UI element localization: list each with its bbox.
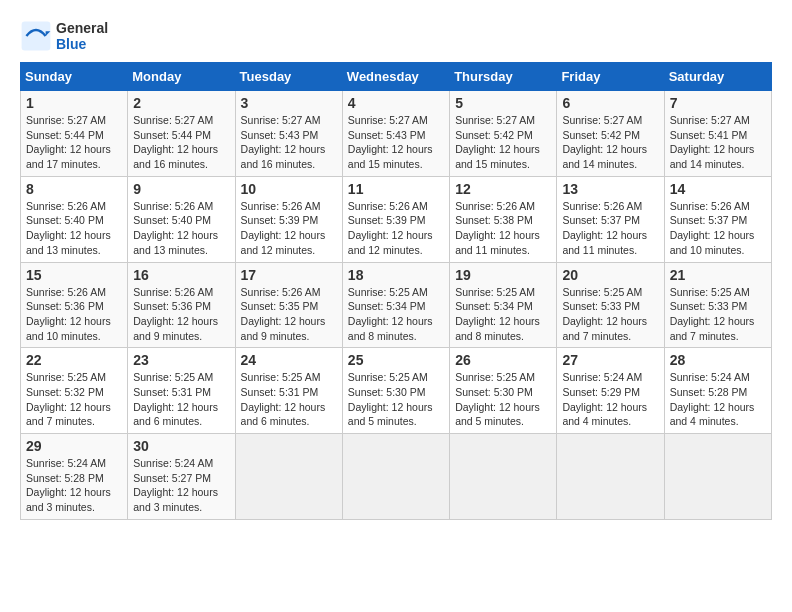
day-number: 11 [348,181,444,197]
table-row: 22Sunrise: 5:25 AMSunset: 5:32 PMDayligh… [21,348,128,434]
day-info: Sunrise: 5:25 AMSunset: 5:31 PMDaylight:… [241,370,337,429]
day-number: 7 [670,95,766,111]
day-number: 2 [133,95,229,111]
day-number: 25 [348,352,444,368]
day-number: 8 [26,181,122,197]
day-info: Sunrise: 5:25 AMSunset: 5:34 PMDaylight:… [348,285,444,344]
day-info: Sunrise: 5:26 AMSunset: 5:36 PMDaylight:… [133,285,229,344]
calendar-week-row: 1Sunrise: 5:27 AMSunset: 5:44 PMDaylight… [21,91,772,177]
day-number: 16 [133,267,229,283]
table-row: 14Sunrise: 5:26 AMSunset: 5:37 PMDayligh… [664,176,771,262]
calendar-week-row: 8Sunrise: 5:26 AMSunset: 5:40 PMDaylight… [21,176,772,262]
day-info: Sunrise: 5:25 AMSunset: 5:33 PMDaylight:… [670,285,766,344]
header-row: SundayMondayTuesdayWednesdayThursdayFrid… [21,63,772,91]
day-info: Sunrise: 5:26 AMSunset: 5:39 PMDaylight:… [348,199,444,258]
table-row: 5Sunrise: 5:27 AMSunset: 5:42 PMDaylight… [450,91,557,177]
header-day-monday: Monday [128,63,235,91]
day-info: Sunrise: 5:25 AMSunset: 5:30 PMDaylight:… [348,370,444,429]
day-info: Sunrise: 5:26 AMSunset: 5:37 PMDaylight:… [562,199,658,258]
day-info: Sunrise: 5:27 AMSunset: 5:44 PMDaylight:… [26,113,122,172]
day-info: Sunrise: 5:24 AMSunset: 5:28 PMDaylight:… [26,456,122,515]
day-number: 22 [26,352,122,368]
day-number: 3 [241,95,337,111]
logo-general: General [56,20,108,36]
day-info: Sunrise: 5:25 AMSunset: 5:34 PMDaylight:… [455,285,551,344]
table-row [664,434,771,520]
day-info: Sunrise: 5:25 AMSunset: 5:30 PMDaylight:… [455,370,551,429]
day-number: 24 [241,352,337,368]
table-row: 26Sunrise: 5:25 AMSunset: 5:30 PMDayligh… [450,348,557,434]
day-number: 29 [26,438,122,454]
calendar-week-row: 22Sunrise: 5:25 AMSunset: 5:32 PMDayligh… [21,348,772,434]
table-row: 16Sunrise: 5:26 AMSunset: 5:36 PMDayligh… [128,262,235,348]
day-info: Sunrise: 5:27 AMSunset: 5:41 PMDaylight:… [670,113,766,172]
day-info: Sunrise: 5:26 AMSunset: 5:36 PMDaylight:… [26,285,122,344]
logo: General Blue [20,20,108,52]
header-day-saturday: Saturday [664,63,771,91]
header-day-tuesday: Tuesday [235,63,342,91]
day-info: Sunrise: 5:26 AMSunset: 5:35 PMDaylight:… [241,285,337,344]
calendar-week-row: 29Sunrise: 5:24 AMSunset: 5:28 PMDayligh… [21,434,772,520]
day-info: Sunrise: 5:26 AMSunset: 5:39 PMDaylight:… [241,199,337,258]
header-day-friday: Friday [557,63,664,91]
calendar-body: 1Sunrise: 5:27 AMSunset: 5:44 PMDaylight… [21,91,772,520]
day-info: Sunrise: 5:26 AMSunset: 5:40 PMDaylight:… [133,199,229,258]
day-number: 10 [241,181,337,197]
day-number: 23 [133,352,229,368]
table-row [450,434,557,520]
table-row: 6Sunrise: 5:27 AMSunset: 5:42 PMDaylight… [557,91,664,177]
table-row: 15Sunrise: 5:26 AMSunset: 5:36 PMDayligh… [21,262,128,348]
table-row: 20Sunrise: 5:25 AMSunset: 5:33 PMDayligh… [557,262,664,348]
day-number: 5 [455,95,551,111]
table-row: 24Sunrise: 5:25 AMSunset: 5:31 PMDayligh… [235,348,342,434]
table-row [235,434,342,520]
day-number: 15 [26,267,122,283]
day-number: 17 [241,267,337,283]
day-info: Sunrise: 5:24 AMSunset: 5:28 PMDaylight:… [670,370,766,429]
day-number: 30 [133,438,229,454]
table-row: 29Sunrise: 5:24 AMSunset: 5:28 PMDayligh… [21,434,128,520]
day-info: Sunrise: 5:27 AMSunset: 5:43 PMDaylight:… [348,113,444,172]
table-row: 17Sunrise: 5:26 AMSunset: 5:35 PMDayligh… [235,262,342,348]
table-row: 10Sunrise: 5:26 AMSunset: 5:39 PMDayligh… [235,176,342,262]
day-info: Sunrise: 5:26 AMSunset: 5:38 PMDaylight:… [455,199,551,258]
day-number: 4 [348,95,444,111]
table-row: 27Sunrise: 5:24 AMSunset: 5:29 PMDayligh… [557,348,664,434]
table-row: 11Sunrise: 5:26 AMSunset: 5:39 PMDayligh… [342,176,449,262]
table-row: 9Sunrise: 5:26 AMSunset: 5:40 PMDaylight… [128,176,235,262]
day-number: 13 [562,181,658,197]
day-number: 18 [348,267,444,283]
table-row [557,434,664,520]
svg-rect-0 [22,22,51,51]
table-row: 23Sunrise: 5:25 AMSunset: 5:31 PMDayligh… [128,348,235,434]
calendar-header: SundayMondayTuesdayWednesdayThursdayFrid… [21,63,772,91]
day-info: Sunrise: 5:27 AMSunset: 5:44 PMDaylight:… [133,113,229,172]
table-row: 30Sunrise: 5:24 AMSunset: 5:27 PMDayligh… [128,434,235,520]
day-info: Sunrise: 5:25 AMSunset: 5:32 PMDaylight:… [26,370,122,429]
table-row: 21Sunrise: 5:25 AMSunset: 5:33 PMDayligh… [664,262,771,348]
table-row: 19Sunrise: 5:25 AMSunset: 5:34 PMDayligh… [450,262,557,348]
day-number: 26 [455,352,551,368]
table-row: 4Sunrise: 5:27 AMSunset: 5:43 PMDaylight… [342,91,449,177]
day-info: Sunrise: 5:24 AMSunset: 5:29 PMDaylight:… [562,370,658,429]
page-header: General Blue [20,20,772,52]
table-row: 8Sunrise: 5:26 AMSunset: 5:40 PMDaylight… [21,176,128,262]
day-number: 27 [562,352,658,368]
logo-blue: Blue [56,36,108,52]
day-number: 20 [562,267,658,283]
logo-icon [20,20,52,52]
day-number: 9 [133,181,229,197]
day-number: 1 [26,95,122,111]
day-info: Sunrise: 5:27 AMSunset: 5:43 PMDaylight:… [241,113,337,172]
day-number: 6 [562,95,658,111]
day-info: Sunrise: 5:25 AMSunset: 5:31 PMDaylight:… [133,370,229,429]
table-row: 7Sunrise: 5:27 AMSunset: 5:41 PMDaylight… [664,91,771,177]
day-number: 19 [455,267,551,283]
day-number: 12 [455,181,551,197]
calendar-week-row: 15Sunrise: 5:26 AMSunset: 5:36 PMDayligh… [21,262,772,348]
table-row: 2Sunrise: 5:27 AMSunset: 5:44 PMDaylight… [128,91,235,177]
table-row: 28Sunrise: 5:24 AMSunset: 5:28 PMDayligh… [664,348,771,434]
day-number: 21 [670,267,766,283]
table-row: 3Sunrise: 5:27 AMSunset: 5:43 PMDaylight… [235,91,342,177]
day-info: Sunrise: 5:25 AMSunset: 5:33 PMDaylight:… [562,285,658,344]
